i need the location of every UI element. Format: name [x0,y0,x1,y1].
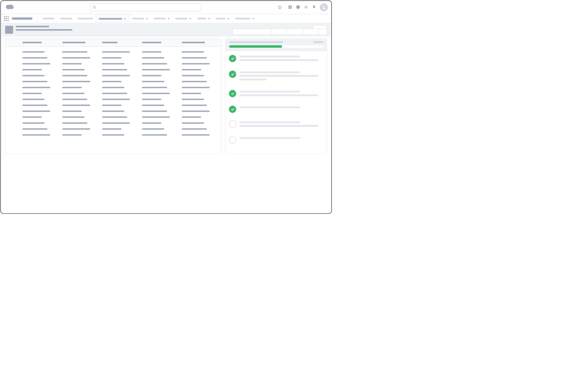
progress-item-text [240,121,323,129]
table-cell [10,63,18,64]
header-button-2[interactable] [286,29,304,35]
table-cell [142,105,164,106]
table-row[interactable] [10,75,217,76]
header-button-4[interactable] [319,29,327,35]
table-cell [182,105,207,106]
table-cell [10,75,18,76]
table-cell [182,128,207,130]
nav-tab-5[interactable] [151,14,173,23]
nav-tab-label [99,18,122,20]
table-cell [22,63,50,64]
nav-tab-label [154,18,166,19]
add-icon[interactable] [288,5,292,10]
nav-tab-1[interactable] [58,14,75,23]
table-row[interactable] [10,81,217,82]
nav-tab-6[interactable] [173,14,194,23]
page-header [1,23,331,37]
svg-point-4 [323,6,325,7]
nav-tab-2[interactable] [75,14,96,23]
nav-tab-label [78,18,93,19]
progress-item-text [240,71,323,82]
global-search[interactable] [90,3,201,11]
nav-tab-9[interactable] [232,14,257,23]
nav-tab-0[interactable] [40,14,58,23]
table-row[interactable] [10,51,217,53]
nav-tab-7[interactable] [194,14,213,23]
table-row[interactable] [10,105,217,106]
table-cell [142,69,170,70]
table-row[interactable] [10,63,217,64]
app-launcher-icon[interactable] [3,16,9,21]
nav-tab-4[interactable] [129,14,151,23]
progress-item-text [240,106,323,113]
table-cell [62,81,90,82]
table-cell [142,93,170,94]
table-cell [142,63,167,64]
table-cell [182,123,204,124]
table-cell [22,75,45,76]
header-button-1[interactable] [271,29,286,35]
table-row[interactable] [10,93,217,94]
table-row[interactable] [10,99,217,100]
progress-item-text [240,55,323,63]
notifications-icon[interactable] [312,5,316,10]
table-cell [10,123,18,124]
table-cell [142,87,167,88]
table-cell [102,123,130,124]
column-header-2[interactable] [62,42,86,43]
header-button-0[interactable] [232,29,271,35]
settings-icon[interactable] [304,5,308,10]
global-header [1,1,331,14]
table-row[interactable] [10,87,217,88]
progress-item[interactable] [229,71,324,82]
table-cell [182,111,210,112]
table-cell [102,87,124,88]
search-input[interactable] [98,6,199,9]
table-cell [22,99,45,100]
column-header-3[interactable] [102,42,118,43]
column-header-5[interactable] [182,42,205,43]
table-cell [62,123,87,124]
table-cell [102,105,121,106]
progress-item[interactable] [229,90,324,98]
table-row[interactable] [10,116,217,118]
table-row[interactable] [10,111,217,112]
table-cell [22,105,47,106]
column-header-1[interactable] [22,42,42,43]
table-cell [62,128,90,130]
nav-tab-8[interactable] [213,14,232,23]
nav-tab-3[interactable] [96,14,129,23]
progress-item[interactable] [229,55,324,63]
progress-bar-fill [229,45,282,48]
table-cell [102,128,121,130]
table-row[interactable] [10,69,217,70]
table-cell [102,63,124,64]
table-cell [22,128,47,130]
table-cell [182,57,207,59]
table-cell [142,99,161,100]
header-button-3[interactable] [304,29,319,35]
nav-tab-label [197,18,206,19]
table-row[interactable] [10,134,217,136]
table-cell [22,111,50,112]
table-cell [102,51,130,53]
progress-panel-meta [313,41,323,43]
progress-item[interactable] [229,106,324,113]
table-row[interactable] [10,57,217,59]
table-cell [10,134,18,136]
progress-item[interactable] [229,136,324,144]
chevron-down-icon [189,17,191,20]
table-row[interactable] [10,128,217,130]
help-icon[interactable] [296,5,300,10]
column-header-0[interactable] [10,42,18,43]
progress-item[interactable] [229,121,324,129]
avatar[interactable] [320,3,328,11]
column-header-4[interactable] [142,42,161,43]
chevron-down-icon [252,17,254,20]
table-cell [22,116,42,118]
table-cell [102,75,130,76]
nav-tab-label [216,18,226,19]
table-row[interactable] [10,123,217,124]
table-cell [62,75,87,76]
favorite-icon[interactable] [278,5,284,10]
